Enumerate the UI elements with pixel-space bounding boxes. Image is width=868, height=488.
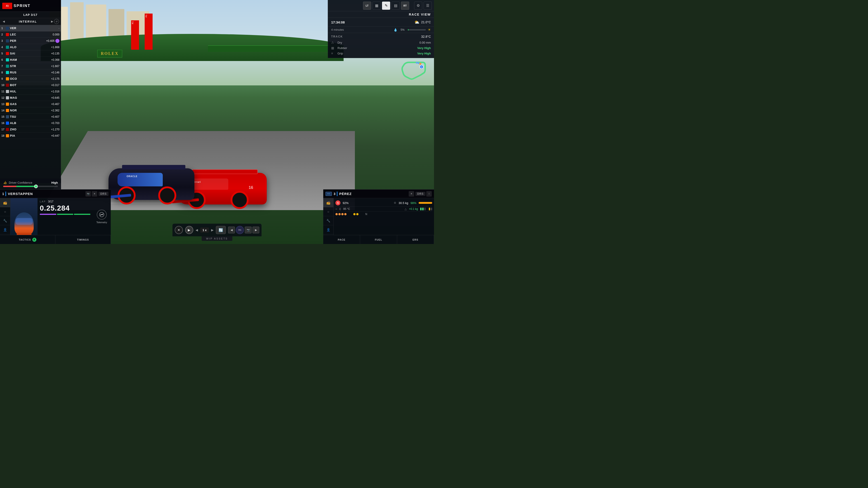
confidence-slider-thumb[interactable]	[34, 185, 38, 188]
ers-bar-1	[420, 207, 422, 210]
pace-dots	[336, 213, 346, 215]
tab-tire[interactable]: ○	[0, 207, 10, 216]
tab-radio[interactable]: 📻	[0, 198, 10, 207]
bars-icon-btn[interactable]: ▤	[392, 2, 400, 10]
pencil-icon-btn[interactable]: ✎	[382, 2, 390, 10]
gap-time: +0.645	[48, 96, 59, 99]
play-button[interactable]: ▶	[185, 226, 193, 234]
lap-info: LAP 3/17	[0, 12, 61, 18]
team-color-dot	[6, 77, 9, 80]
cam-prev[interactable]: ◀	[228, 227, 235, 233]
pace-dot-1	[336, 213, 338, 215]
standings-list: 1VER-2LEC0.0003PER+0.4054ALO+1.8685SAI+0…	[0, 25, 61, 139]
chart-icon-btn[interactable]: ▦	[373, 2, 381, 10]
menu-icon-btn[interactable]: ☰	[424, 2, 432, 10]
tactics-tab[interactable]: TACTICS A	[0, 235, 55, 244]
confidence-row: 👍 Driver Confidence High	[3, 181, 58, 184]
fuel-kg: 30.5 kg	[399, 201, 408, 205]
interval-next[interactable]: ▶	[50, 20, 54, 23]
ers-footer-tab[interactable]: ERS	[397, 235, 434, 244]
timings-tab[interactable]: TIMINGS	[55, 235, 111, 244]
confidence-value: High	[51, 181, 58, 184]
f1-banner-2: F1	[145, 13, 153, 50]
driver-code: VER	[10, 26, 57, 30]
camera-icon[interactable]: 📷	[86, 191, 91, 197]
replay-button[interactable]: 🔄	[216, 226, 226, 234]
gear-icon-btn[interactable]: ⚙	[414, 2, 422, 10]
gap-time: +2.362	[48, 109, 59, 112]
rubber-row: ▦ Rubber Very High	[331, 45, 431, 51]
delta-icon: △	[405, 207, 407, 210]
lt-button[interactable]: LT	[363, 2, 371, 10]
team-color-dot	[6, 128, 9, 131]
race-view-label: RACE VIEW	[328, 11, 434, 18]
verstappen-team-line	[5, 192, 6, 196]
next-skip-icon: ▶	[211, 228, 214, 232]
timings-label: TIMINGS	[77, 238, 89, 241]
perez-tab-person[interactable]: 👤	[323, 225, 333, 234]
rt-button[interactable]: RT	[401, 2, 409, 10]
driver-code: OCO	[10, 77, 48, 80]
rubber-icon: ▦	[331, 46, 336, 50]
x-button[interactable]: ✕	[175, 226, 183, 234]
team-color-dot	[6, 122, 9, 125]
tab-wrench[interactable]: 🔧	[0, 216, 10, 225]
drs-button-perez[interactable]: DRS	[415, 192, 426, 196]
verstappen-photo	[10, 198, 37, 235]
cam-next[interactable]: ▶	[252, 227, 259, 233]
table-row: 15TSU+0.407	[0, 113, 61, 120]
perez-position: 3	[334, 192, 336, 196]
fuel-footer-tab[interactable]: FUEL	[360, 235, 397, 244]
table-row: 3PER+0.405	[0, 38, 61, 44]
speed-display: 1 x	[200, 228, 209, 233]
warning-icon: ⚠	[331, 41, 336, 44]
interval-prev[interactable]: ◀	[2, 20, 6, 23]
driver-code: RUS	[10, 71, 48, 74]
barrier-top	[208, 45, 344, 52]
cloud-sun-icon: ⛅	[414, 20, 419, 25]
perez-tab-radio[interactable]: 📻	[323, 198, 333, 207]
cam-icon[interactable]: 📷	[245, 227, 252, 233]
fuel-indicator-dots	[353, 213, 359, 215]
verstappen-stats: LAP 3/17 0.25.284	[37, 198, 93, 235]
temp-value: 95 °C	[343, 207, 350, 210]
table-row: 11HUL+1.016	[0, 88, 61, 95]
driver-code: PER	[10, 39, 43, 42]
team-color-dot	[6, 134, 9, 137]
tab-person[interactable]: 👤	[0, 225, 10, 234]
fuel-dot-2	[431, 207, 432, 210]
wip-label: WIP ASSETS	[202, 236, 232, 241]
rolex-sign: ROLEX	[97, 50, 122, 58]
rain-row: 4 minutes 💧 5% ☀	[328, 27, 434, 33]
drs-button-verstappen[interactable]: DRS	[98, 192, 108, 196]
standing-position: 9	[1, 77, 6, 80]
perez-close-icon[interactable]: ✕	[409, 191, 414, 197]
weather-row: 17:34:08 ⛅ 21.0°C	[328, 18, 434, 27]
perez-tab-tire[interactable]: ○	[323, 207, 333, 216]
fuel-change: +0.1 kg	[409, 207, 418, 210]
perez-info-icon[interactable]: i	[426, 191, 432, 197]
track-header: TRACK 32.8°C	[331, 35, 431, 38]
svg-point-4	[417, 62, 419, 64]
team-color-dot	[6, 103, 9, 106]
f1-banner-1: F1	[131, 20, 139, 50]
rewind-icon: ⟪	[339, 207, 341, 210]
verstappen-position: 1	[2, 192, 4, 196]
interval-refresh[interactable]: ↺	[54, 19, 59, 24]
pace-footer-tab[interactable]: PACE	[323, 235, 360, 244]
rs-button[interactable]: RS	[236, 226, 244, 234]
table-row: 5SAI+0.135	[0, 51, 61, 57]
confidence-section: 👍 Driver Confidence High	[0, 178, 61, 189]
rain-probability-bar	[408, 29, 426, 31]
n-indicator: N	[365, 213, 367, 216]
standing-position: 7	[1, 65, 6, 68]
playback-controls: ✕ ▶ ◀ 1 x ▶ 🔄 ◀ RS 📷 ▶	[173, 224, 261, 236]
top-icons-row: LT ▦ ✎ ▤ RT ⚙ ☰	[328, 0, 434, 11]
close-icon[interactable]: ✕	[92, 191, 97, 197]
interval-bar: ◀ INTERVAL ▶ ↺	[0, 18, 61, 25]
grip-value: Very High	[417, 52, 431, 55]
perez-tab-wrench[interactable]: 🔧	[323, 216, 333, 225]
standings-panel: F1 SPRINT LAP 3/17 ◀ INTERVAL ▶ ↺ 1VER-2…	[0, 0, 61, 183]
perez-body: 📻 ○ 🔧 👤 S 92% ⚙ 30.5 kg 98% ○ ⟪ 95 °C △ …	[323, 198, 434, 235]
lap-time: 0.25.284	[40, 204, 90, 213]
